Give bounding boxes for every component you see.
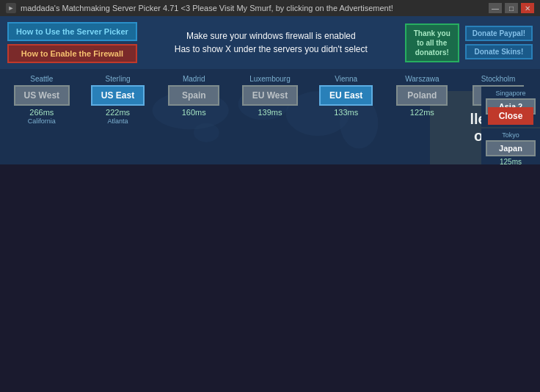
server-ping: 222ms <box>106 108 130 117</box>
notice-line1: Make sure your windows firewall is enabl… <box>143 29 399 43</box>
server-region: Sterling <box>106 75 131 83</box>
app-icon: ► <box>6 3 16 13</box>
server-ping: 139ms <box>258 108 282 117</box>
sidebar-server-region: Tokyo <box>486 131 536 139</box>
server-ping: 266ms <box>29 108 54 117</box>
server-button[interactable]: EU West <box>242 85 298 106</box>
center-notice: Make sure your windows firewall is enabl… <box>143 29 399 56</box>
server-button[interactable]: US East <box>91 85 145 106</box>
notice-line2: Has to show X under the servers you didn… <box>143 43 399 56</box>
servers-row: Seattle US West 266ms California Sterlin… <box>0 69 540 125</box>
server-item-poland: Warszawa Poland 122ms <box>393 75 451 117</box>
server-sub: California <box>28 117 56 125</box>
sidebar-server-region: Singapore <box>486 90 536 97</box>
server-button[interactable]: Spain <box>168 85 219 106</box>
minimize-button[interactable]: — <box>489 3 502 13</box>
server-item-spain: Madrid Spain 160ms <box>164 75 223 117</box>
server-button[interactable]: Poland <box>396 85 448 106</box>
app-area: How to Use the Server Picker How to Enab… <box>0 16 540 164</box>
title-bar-text: maddada's Matchmaking Server Picker 4.71… <box>21 4 489 12</box>
sidebar-server-button[interactable]: Japan <box>486 140 536 156</box>
server-region: Warszawa <box>405 75 439 83</box>
top-section: How to Use the Server Picker How to Enab… <box>0 16 540 69</box>
server-item-us-west: Seattle US West 266ms California <box>12 75 71 125</box>
server-region: Vienna <box>335 75 357 83</box>
server-item-us-east: Sterling US East 222ms Atlanta <box>89 75 147 125</box>
how-to-use-button[interactable]: How to Use the Server Picker <box>7 22 137 41</box>
server-region: Seattle <box>30 75 53 83</box>
server-ping: 133ms <box>334 108 358 117</box>
right-section: Thank you to all the donators! <box>405 23 459 62</box>
server-button[interactable]: EU East <box>319 85 373 106</box>
server-region: Madrid <box>183 75 205 83</box>
maximize-button[interactable]: □ <box>505 3 518 13</box>
server-region: Luxembourg <box>249 75 291 83</box>
title-bar-controls: — □ ✕ <box>489 3 534 13</box>
thank-you-button[interactable]: Thank you to all the donators! <box>405 23 459 62</box>
sidebar-server-japan: Tokyo Japan 125ms <box>481 128 540 164</box>
close-area: Close <box>481 104 540 128</box>
server-button[interactable]: US West <box>14 85 70 106</box>
donate-skins-button[interactable]: Donate Skins! <box>465 44 533 59</box>
server-region: Stockholm <box>481 75 516 83</box>
close-button[interactable]: ✕ <box>521 3 534 13</box>
server-item-eu-west: Luxembourg EU West 139ms <box>241 75 299 117</box>
svg-point-4 <box>194 123 219 142</box>
donate-column: Donate Paypal! Donate Skins! <box>465 26 533 59</box>
how-to-firewall-button[interactable]: How to Enable the Firewall <box>7 44 137 63</box>
sidebar-server-ping: 125ms <box>486 158 536 164</box>
donate-paypal-button[interactable]: Donate Paypal! <box>465 26 533 41</box>
title-bar: ► maddada's Matchmaking Server Picker 4.… <box>0 0 540 16</box>
left-buttons: How to Use the Server Picker How to Enab… <box>7 22 137 63</box>
close-server-button[interactable]: Close <box>488 107 534 125</box>
server-ping: 122ms <box>410 108 434 117</box>
server-sub: Atlanta <box>108 117 128 125</box>
server-ping: 160ms <box>182 108 206 117</box>
server-item-eu-east: Vienna EU East 133ms <box>317 75 376 117</box>
